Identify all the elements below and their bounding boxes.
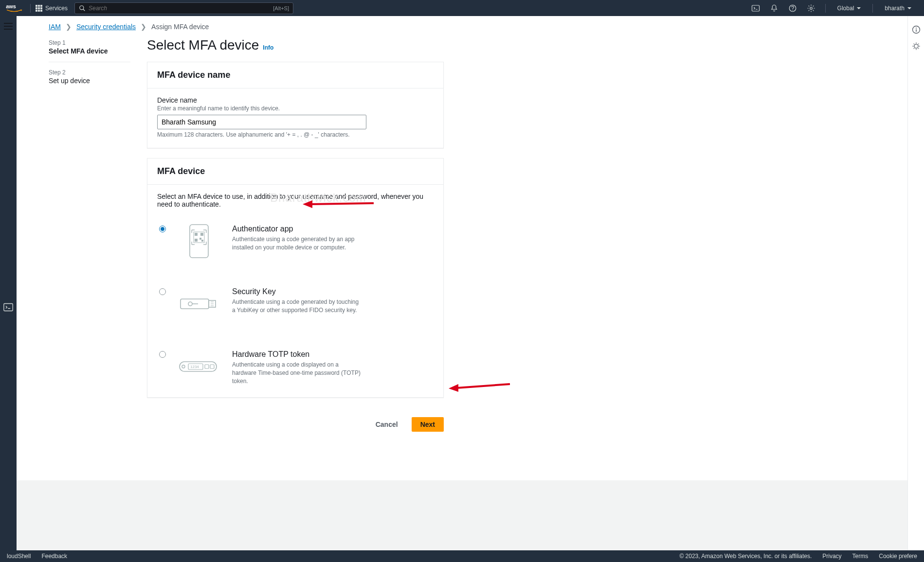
panel-mfa-device-name: MFA device name Device name Enter a mean…: [147, 62, 444, 148]
next-button[interactable]: Next: [412, 417, 444, 432]
help-icon[interactable]: [783, 0, 802, 16]
top-nav: aws Services [Alt+S] Global bharath: [0, 0, 924, 16]
option-desc: Authenticate using a code displayed on a…: [232, 361, 363, 385]
footer-terms[interactable]: Terms: [852, 553, 869, 560]
search-input[interactable]: [89, 5, 289, 12]
crumb-current: Assign MFA device: [151, 23, 209, 31]
svg-rect-15: [190, 225, 208, 258]
wizard-step-label: Step 2: [49, 69, 130, 76]
svg-point-5: [792, 10, 793, 11]
crumb-iam[interactable]: IAM: [49, 23, 61, 31]
page-title: Select MFA device Info: [147, 37, 444, 53]
wizard-step-1[interactable]: Step 1 Select MFA device: [49, 39, 130, 62]
divider: [872, 4, 873, 13]
wizard-step-label: Step 1: [49, 39, 130, 46]
wizard-step-2[interactable]: Step 2 Set up device: [49, 69, 130, 91]
option-title: Authenticator app: [232, 225, 432, 233]
region-label: Global: [837, 5, 854, 12]
wizard-nav: Step 1 Select MFA device Step 2 Set up d…: [49, 35, 130, 461]
cloudshell-panel-icon[interactable]: [3, 303, 13, 312]
radio-hardware-totp[interactable]: [159, 351, 166, 358]
wizard-step-title: Select MFA device: [49, 47, 130, 55]
chevron-down-icon: [907, 7, 911, 9]
svg-point-12: [916, 28, 917, 29]
wizard-actions: Cancel Next: [147, 407, 444, 461]
panel-header: MFA device: [147, 158, 443, 185]
search-kbd-hint: [Alt+S]: [273, 5, 289, 11]
chevron-right-icon: ❯: [66, 23, 72, 31]
radio-security-key[interactable]: [159, 288, 166, 295]
panel-header: MFA device name: [147, 62, 443, 88]
svg-rect-20: [199, 238, 201, 240]
footer-cloudshell[interactable]: loudShell: [7, 553, 31, 560]
chevron-right-icon: ❯: [141, 23, 146, 31]
page-title-text: Select MFA device: [147, 37, 259, 53]
option-title: Hardware TOTP token: [232, 350, 432, 359]
services-label: Services: [45, 5, 68, 12]
svg-text:aws: aws: [6, 3, 16, 9]
breadcrumb: IAM ❯ Security credentials ❯ Assign MFA …: [17, 16, 907, 35]
notifications-icon[interactable]: [765, 0, 783, 16]
search-box[interactable]: [Alt+S]: [74, 2, 293, 14]
hamburger-icon[interactable]: [4, 23, 13, 30]
svg-point-14: [914, 44, 918, 48]
svg-point-6: [810, 7, 812, 9]
radio-authenticator-app[interactable]: [159, 226, 166, 232]
mfa-option-authenticator-app[interactable]: Authenticator app Authenticate using a c…: [157, 220, 434, 282]
settings-icon[interactable]: [802, 0, 820, 16]
svg-rect-19: [195, 239, 198, 242]
right-gutter: [907, 16, 924, 550]
wizard-step-title: Set up device: [49, 77, 130, 85]
cancel-button[interactable]: Cancel: [367, 417, 407, 432]
mfa-option-hardware-totp[interactable]: 1234 Hardware TOTP token Authenticate us…: [157, 345, 434, 387]
user-label: bharath: [885, 5, 905, 12]
panel-mfa-device: MFA device Select an MFA device to use, …: [147, 158, 444, 398]
footer: loudShell Feedback © 2023, Amazon Web Se…: [0, 550, 924, 562]
option-desc: Authenticate using a code generated by a…: [232, 235, 363, 252]
field-label-device-name: Device name: [157, 96, 434, 104]
footer-copyright: © 2023, Amazon Web Services, Inc. or its…: [679, 553, 812, 560]
svg-text:1234: 1234: [190, 365, 199, 369]
svg-line-2: [83, 9, 85, 11]
info-link[interactable]: Info: [263, 44, 273, 51]
divider: [825, 4, 826, 13]
svg-rect-33: [210, 365, 214, 369]
field-help-device-name: Maximum 128 characters. Use alphanumeric…: [157, 131, 434, 138]
region-selector[interactable]: Global: [831, 0, 868, 16]
main-content: IAM ❯ Security credentials ❯ Assign MFA …: [17, 16, 907, 562]
grid-icon: [36, 5, 42, 12]
cloudshell-icon[interactable]: [746, 0, 765, 16]
svg-rect-18: [200, 233, 203, 236]
footer-privacy[interactable]: Privacy: [822, 553, 841, 560]
aws-logo[interactable]: aws: [6, 3, 22, 13]
mfa-device-intro: Select an MFA device to use, in addition…: [157, 193, 434, 208]
svg-point-29: [182, 365, 185, 368]
svg-rect-17: [195, 233, 198, 236]
search-icon: [79, 5, 86, 12]
svg-point-23: [188, 302, 192, 306]
option-title: Security Key: [232, 287, 432, 296]
mfa-option-security-key[interactable]: Security Key Authenticate using a code g…: [157, 282, 434, 345]
info-panel-icon[interactable]: [911, 25, 921, 35]
svg-rect-3: [752, 5, 759, 11]
divider: [30, 4, 31, 13]
footer-feedback[interactable]: Feedback: [41, 553, 67, 560]
crumb-security-credentials[interactable]: Security credentials: [76, 23, 136, 31]
svg-rect-32: [205, 365, 209, 369]
svg-point-1: [80, 5, 84, 9]
left-gutter: [0, 16, 17, 562]
account-selector[interactable]: bharath: [878, 0, 918, 16]
chevron-down-icon: [857, 7, 861, 9]
svg-rect-10: [4, 304, 13, 311]
token-fob-icon: 1234: [178, 350, 220, 383]
phone-qr-icon: [178, 225, 220, 258]
field-hint-device-name: Enter a meaningful name to identify this…: [157, 105, 434, 112]
device-name-input[interactable]: [157, 115, 366, 129]
svg-rect-21: [201, 240, 203, 242]
usb-key-icon: [178, 287, 220, 320]
services-button[interactable]: Services: [36, 5, 68, 12]
knowledge-panel-icon[interactable]: [911, 41, 921, 51]
option-desc: Authenticate using a code generated by t…: [232, 298, 363, 315]
footer-cookie[interactable]: Cookie prefere: [879, 553, 917, 560]
